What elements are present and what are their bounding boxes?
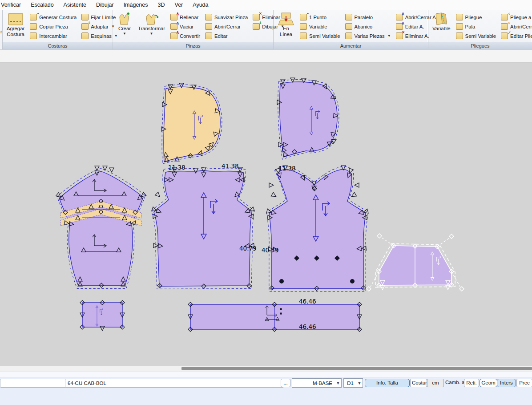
pliegue-button[interactable]: Pliegue: [455, 12, 497, 22]
agregar-costura-icon: [7, 12, 24, 26]
status-gap-strip: [0, 372, 532, 377]
convertir-button[interactable]: Convertir: [169, 31, 201, 40]
eliminar-aumento-icon: [396, 32, 403, 39]
menu-dibujar[interactable]: Dibujar: [91, 1, 119, 9]
ribbon-group-aumentar: En Línea 1 Punto Variable Semi Variable …: [274, 10, 428, 49]
en-linea-button[interactable]: En Línea: [276, 12, 296, 42]
ribbon: r Agregar Costura Generar Costura Copiar…: [0, 10, 532, 50]
esquinas-icon: [81, 32, 89, 39]
pattern-piece-hood-left[interactable]: [161, 83, 222, 164]
pattern-piece-small-rect[interactable]: [80, 300, 125, 331]
adaptar-icon: [81, 23, 89, 30]
vaciar-button[interactable]: Vaciar: [169, 22, 201, 31]
measurement-label: 40.79: [239, 245, 257, 252]
reti-button[interactable]: Reti.: [464, 379, 479, 387]
pattern-piece-sleeve[interactable]: [56, 166, 146, 288]
pattern-piece-front-bodice[interactable]: [266, 166, 368, 292]
menu-ver[interactable]: Ver: [170, 1, 188, 9]
fijar-limite-icon: [81, 14, 89, 20]
pliegue-variable-icon: [432, 12, 450, 26]
rellenar-button[interactable]: Rellenar: [169, 12, 201, 22]
ribbon-group-pinzas: Crear ▼ Transformar ▼ Rellenar Vaciar Co…: [113, 10, 274, 49]
costura-button[interactable]: Costura: [410, 379, 427, 387]
pattern-canvas[interactable]: 11.38 41.38 11.38 40.79 40.79 46.46 46.4…: [0, 62, 532, 366]
info-talla-button[interactable]: Info. Talla: [365, 379, 410, 387]
group-label-pliegues: Pliegues: [428, 42, 532, 49]
pattern-piece-hood-right[interactable]: [277, 78, 339, 159]
abrir-cerrar-pliegue-button[interactable]: Abrir/Cerrar: [500, 22, 532, 31]
status-field-empty[interactable]: [0, 379, 68, 388]
pliegue-icon: [456, 14, 463, 20]
chevron-down-icon: ▼: [335, 381, 341, 385]
camb-a-label: Camb. a: [445, 380, 464, 385]
aumentar-variable-icon: [300, 23, 307, 30]
paralelo-button[interactable]: Paralelo: [344, 12, 392, 22]
piece-name-field[interactable]: 64-CU CAB-BOL: [65, 379, 284, 388]
pattern-piece-back-bodice[interactable]: [151, 167, 254, 289]
abrir-cerrar-pinza-button[interactable]: Abrir/Cerrar: [204, 22, 249, 31]
menu-3d[interactable]: 3D: [153, 1, 170, 9]
geom-button[interactable]: Geom: [480, 379, 497, 387]
menu-bar: Verificar Escalado Asistente Dibujar Imá…: [0, 0, 532, 10]
agregar-costura-button[interactable]: Agregar Costura: [5, 12, 26, 42]
pattern-piece-waistband[interactable]: [188, 302, 362, 332]
inters-button[interactable]: Inters: [497, 379, 516, 387]
ribbon-group-costuras: Agregar Costura Generar Costura Copiar P…: [3, 10, 113, 49]
menu-verificar[interactable]: Verificar: [0, 1, 26, 9]
aumentar-1-punto-button[interactable]: 1 Punto: [299, 12, 341, 22]
editar-pliegue-button[interactable]: Editar Plieg: [500, 31, 532, 40]
copiar-pieza-button[interactable]: Copiar Pieza: [29, 22, 77, 31]
status-bar: 64-CU CAB-BOL ... M-BASE ▼ D1 ▼ Info. Ta…: [0, 377, 532, 405]
cm-button[interactable]: cm: [427, 379, 444, 387]
menu-asistente[interactable]: Asistente: [59, 1, 91, 9]
transformar-pinza-button[interactable]: Transformar ▼: [137, 12, 166, 42]
aumentar-semi-variable-button[interactable]: Semi Variable: [299, 31, 341, 40]
aumentar-variable-button[interactable]: Variable: [299, 22, 341, 31]
copiar-pieza-icon: [30, 23, 37, 30]
generar-costura-icon: [30, 14, 37, 20]
pliegue-a-inverso-button[interactable]: Pliegue a In: [500, 12, 532, 22]
menu-escalado[interactable]: Escalado: [26, 1, 58, 9]
intercambiar-button[interactable]: Intercambiar: [29, 31, 77, 40]
pattern-piece-pocket-selected[interactable]: [367, 234, 464, 291]
crear-pinza-icon: [117, 12, 132, 26]
intercambiar-icon: [30, 32, 37, 39]
measurement-label: 46.46: [299, 298, 316, 305]
dibujar-pinza-icon: [253, 23, 260, 30]
partial-label: r: [0, 29, 2, 34]
pliegue-a-inverso-icon: [501, 14, 508, 20]
more-button[interactable]: ...: [281, 379, 290, 387]
editar-pinza-button[interactable]: Editar: [204, 31, 249, 40]
pliegue-semi-variable-button[interactable]: Semi Variable: [455, 31, 497, 40]
generar-costura-button[interactable]: Generar Costura: [29, 12, 77, 22]
pala-icon: [456, 23, 463, 30]
varias-piezas-button[interactable]: Varias Piezas▼: [344, 31, 392, 40]
editar-pinza-icon: [205, 32, 212, 39]
suavizar-pinza-button[interactable]: Suavizar Pinza: [204, 12, 249, 22]
scrollbar-thumb[interactable]: [181, 367, 532, 370]
en-linea-icon: [278, 12, 294, 26]
menu-ayuda[interactable]: Ayuda: [188, 1, 213, 9]
d1-select[interactable]: D1 ▼: [343, 378, 363, 388]
pliegue-semi-variable-icon: [456, 32, 463, 39]
paralelo-icon: [345, 14, 352, 20]
abrir-cerrar-pliegue-icon: [501, 23, 508, 30]
horizontal-scrollbar[interactable]: [0, 366, 532, 372]
rellenar-icon: [170, 14, 177, 20]
measurement-label: 40.79: [262, 247, 279, 254]
menu-imagenes[interactable]: Imágenes: [119, 1, 153, 9]
measurement-label: 41.38: [222, 162, 239, 170]
base-select[interactable]: M-BASE ▼: [292, 378, 342, 388]
prec-button[interactable]: Prec: [516, 379, 532, 387]
pliegue-variable-button[interactable]: Variable: [431, 12, 452, 42]
chevron-down-icon: ▼: [356, 381, 363, 385]
abanico-icon: [345, 23, 352, 30]
dropdown-arrow-icon: ▼: [387, 34, 391, 38]
abanico-button[interactable]: Abanico: [344, 22, 392, 31]
pala-button[interactable]: Pala: [455, 22, 497, 31]
editar-pliegue-icon: [501, 32, 508, 39]
measurement-label: 46.46: [299, 323, 316, 330]
crear-pinza-button[interactable]: Crear ▼: [116, 12, 133, 42]
abrir-cerrar-pinza-icon: [205, 23, 212, 30]
aumentar-semi-variable-icon: [300, 32, 307, 39]
